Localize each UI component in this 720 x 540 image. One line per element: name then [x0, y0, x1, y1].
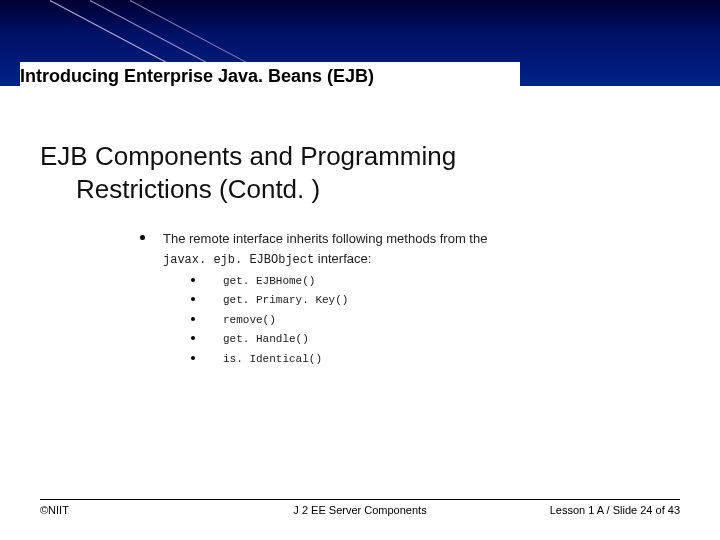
bullet-dot-icon	[140, 235, 145, 240]
slide-body: EJB Components and Programming Restricti…	[40, 140, 680, 370]
list-item: remove()	[191, 312, 487, 329]
header-title-box: Introducing Enterprise Java. Beans (EJB)	[20, 62, 520, 91]
bullet-text: The remote interface inherits following …	[163, 229, 487, 370]
method-name: get. EJBHome()	[223, 273, 315, 290]
bullet-intro: The remote interface inherits following …	[163, 231, 487, 246]
footer-copyright: ©NIIT	[40, 504, 69, 516]
method-name: get. Handle()	[223, 331, 309, 348]
slide-topic: Introducing Enterprise Java. Beans (EJB)	[20, 66, 520, 87]
heading-line2: Restrictions (Contd. )	[40, 173, 680, 206]
bullet-dot-icon	[191, 278, 195, 282]
bullet-dot-icon	[191, 336, 195, 340]
slide-heading: EJB Components and Programming Restricti…	[40, 140, 680, 205]
bullet-level1: The remote interface inherits following …	[140, 229, 680, 370]
heading-line1: EJB Components and Programming	[40, 141, 456, 171]
list-item: get. Handle()	[191, 331, 487, 348]
list-item: get. EJBHome()	[191, 273, 487, 290]
list-item: is. Identical()	[191, 351, 487, 368]
bullet-dot-icon	[191, 297, 195, 301]
method-name: get. Primary. Key()	[223, 292, 348, 309]
list-item: get. Primary. Key()	[191, 292, 487, 309]
footer: ©NIIT J 2 EE Server Components Lesson 1 …	[40, 499, 680, 516]
bullet-dot-icon	[191, 317, 195, 321]
bullet-dot-icon	[191, 356, 195, 360]
slide: Introducing Enterprise Java. Beans (EJB)…	[0, 0, 720, 540]
bullet-intro-tail: interface:	[314, 251, 371, 266]
bullet-code: javax. ejb. EJBObject	[163, 253, 314, 267]
method-name: remove()	[223, 312, 276, 329]
method-list: get. EJBHome() get. Primary. Key() remov…	[191, 273, 487, 368]
method-name: is. Identical()	[223, 351, 322, 368]
footer-slide-number: Lesson 1 A / Slide 24 of 43	[550, 504, 680, 516]
